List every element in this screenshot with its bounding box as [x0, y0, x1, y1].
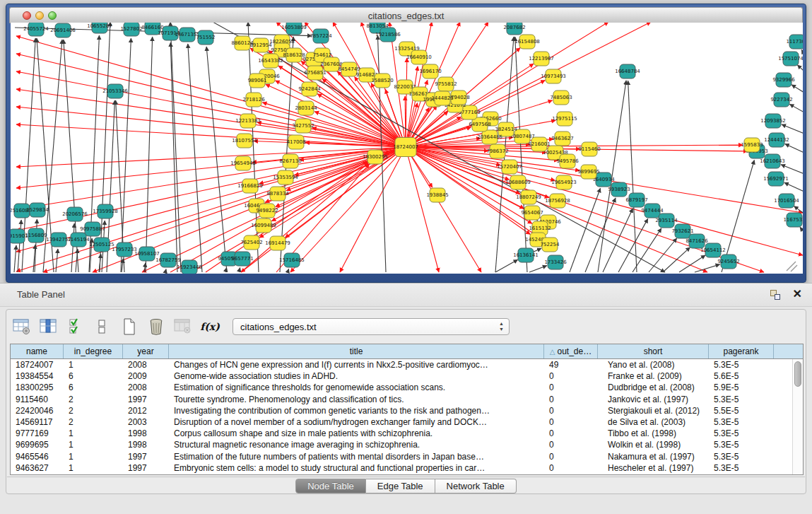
- graph-node[interactable]: 2087682: [503, 23, 525, 35]
- graph-node[interactable]: 751552: [196, 30, 216, 45]
- graph-node[interactable]: 1156809: [25, 228, 47, 243]
- table-body[interactable]: 1872400712008Changes of HCN gene express…: [11, 359, 803, 474]
- graph-node[interactable]: 7485063: [550, 90, 572, 105]
- graph-node[interactable]: 12213967: [529, 52, 554, 66]
- network-canvas[interactable]: 2405572420691406106552871527802846616010…: [11, 23, 803, 274]
- graph-node[interactable]: 10655287: [87, 23, 112, 33]
- graph-node[interactable]: 9245652: [717, 255, 739, 269]
- graph-node[interactable]: 1444825: [431, 91, 453, 105]
- graph-node[interactable]: 12975115: [552, 112, 577, 126]
- graph-node[interactable]: 1588520: [371, 74, 393, 88]
- graph-node[interactable]: 8471626: [686, 234, 708, 248]
- graph-node[interactable]: 12444132: [764, 133, 789, 147]
- graph-node[interactable]: 9755812: [435, 77, 457, 91]
- graph-node[interactable]: 10973493: [541, 69, 566, 83]
- resize-grip-icon[interactable]: [787, 262, 797, 271]
- table-row[interactable]: 977716911998Corpus callosum shape and si…: [11, 428, 803, 439]
- table-selector-dropdown[interactable]: citations_edges.txt ▲▼: [233, 318, 510, 335]
- table-row[interactable]: 1830029562008Estimation of significance …: [11, 382, 803, 393]
- column-header-out_de[interactable]: △out_de…: [544, 344, 598, 358]
- rows-icon[interactable]: [93, 317, 112, 337]
- function-icon[interactable]: f(x): [200, 317, 220, 337]
- graph-node[interactable]: 9495786: [556, 154, 579, 168]
- table-row[interactable]: 1938455462009Genome-wide association stu…: [11, 370, 803, 382]
- graph-node[interactable]: 6756851: [304, 66, 326, 80]
- graph-node[interactable]: 15716485: [279, 253, 305, 267]
- graph-node[interactable]: 1733426: [544, 255, 567, 269]
- graph-node[interactable]: 19654923: [551, 175, 577, 189]
- graph-node[interactable]: 9115460: [578, 142, 600, 156]
- table-scrollbar-thumb[interactable]: [794, 361, 801, 387]
- graph-node[interactable]: 15751074: [778, 52, 803, 66]
- graph-node[interactable]: 3427552: [292, 119, 314, 133]
- graph-node[interactable]: 9657771: [231, 252, 253, 266]
- graph-node[interactable]: 9463627: [551, 132, 573, 146]
- graph-node[interactable]: 20206576: [62, 207, 88, 221]
- graph-node[interactable]: 18756928: [545, 194, 570, 208]
- graph-node[interactable]: 6216001: [528, 137, 550, 151]
- graph-node[interactable]: 5938923: [608, 182, 630, 197]
- float-panel-icon[interactable]: [770, 289, 781, 300]
- graph-node[interactable]: 17359928: [93, 204, 118, 218]
- new-document-icon[interactable]: [119, 317, 139, 337]
- tab-node-table[interactable]: Node Table: [295, 479, 366, 493]
- tab-network-table[interactable]: Network Table: [435, 479, 517, 493]
- graph-node[interactable]: 10688609: [505, 175, 531, 189]
- graph-node[interactable]: 15692971: [763, 172, 789, 186]
- graph-node[interactable]: 21053346: [102, 84, 128, 98]
- table-settings-icon[interactable]: [12, 317, 32, 337]
- column-header-name[interactable]: name: [11, 344, 64, 358]
- table-row[interactable]: 2242004622012Investigating the contribut…: [11, 405, 803, 416]
- graph-node[interactable]: 12093852: [760, 114, 786, 128]
- graph-node[interactable]: 20691406: [50, 23, 76, 37]
- graph-node[interactable]: 1696170: [419, 64, 441, 78]
- graph-node[interactable]: 2718126: [242, 93, 265, 107]
- close-panel-icon[interactable]: ✕: [793, 288, 802, 300]
- graph-node[interactable]: 9899695: [577, 165, 599, 179]
- graph-node[interactable]: 1529834: [26, 203, 49, 217]
- graph-node[interactable]: 6879197: [625, 193, 647, 207]
- table-row[interactable]: 1872400712008Changes of HCN gene express…: [11, 359, 803, 370]
- graph-node[interactable]: 12505125: [89, 238, 114, 252]
- graph-node[interactable]: 16154808: [514, 35, 540, 49]
- graph-node[interactable]: 7857224: [310, 29, 332, 43]
- column-header-year[interactable]: year: [123, 344, 169, 358]
- graph-node[interactable]: 16053809: [281, 23, 307, 35]
- graph-node[interactable]: 12213383: [235, 114, 261, 128]
- graph-node[interactable]: 417008: [287, 135, 306, 149]
- table-row[interactable]: 946362711997Embryonic stem cells: a mode…: [11, 462, 803, 474]
- graph-node[interactable]: 17016504: [774, 194, 799, 208]
- graph-hub-node[interactable]: 18724007: [393, 138, 418, 157]
- graph-node[interactable]: 2935114: [655, 214, 678, 228]
- graph-node[interactable]: 9654067: [521, 206, 543, 220]
- window-titlebar[interactable]: citations_edges.txt: [9, 7, 803, 23]
- graph-node[interactable]: 2803144: [295, 101, 317, 115]
- column-header-title[interactable]: title: [169, 344, 544, 358]
- graph-node[interactable]: 1527802: [120, 23, 142, 36]
- delete-icon[interactable]: [146, 317, 166, 337]
- graph-node[interactable]: 16648784: [615, 64, 640, 78]
- column-header-in_degree[interactable]: in_degree: [64, 344, 123, 358]
- table-header-row[interactable]: namein_degreeyeartitle△out_de…shortpager…: [11, 344, 803, 359]
- table-row[interactable]: 969969511998Structural magnetic resonanc…: [11, 439, 803, 450]
- table-scrollbar[interactable]: [792, 359, 803, 474]
- graph-node[interactable]: 17957233: [112, 243, 137, 257]
- graph-node[interactable]: 18807249: [516, 190, 541, 204]
- graph-node[interactable]: 9227342: [770, 93, 792, 107]
- graph-node[interactable]: 1595833: [741, 138, 763, 152]
- table-row[interactable]: 946554611997Estimation of the future num…: [11, 451, 803, 462]
- graph-node[interactable]: 9498222: [256, 204, 278, 218]
- column-header-short[interactable]: short: [598, 344, 709, 358]
- graph-node[interactable]: 19654948: [230, 156, 256, 170]
- graph-node[interactable]: 989061: [248, 74, 267, 88]
- column-select-icon[interactable]: [39, 317, 59, 337]
- column-header-pagerank[interactable]: pagerank: [709, 344, 774, 358]
- checklist-icon[interactable]: [66, 317, 86, 337]
- graph-node[interactable]: 7986372: [486, 144, 508, 158]
- graph-node[interactable]: 1117304: [786, 35, 803, 49]
- table-row[interactable]: 1456911722003Disruption of a novel membe…: [11, 416, 803, 428]
- graph-node[interactable]: 8267130: [279, 154, 301, 168]
- graph-node[interactable]: 7625402: [240, 235, 262, 250]
- table-row[interactable]: 911546021997Tourette syndrome. Phenomeno…: [11, 394, 803, 405]
- graph-node[interactable]: 752254: [541, 238, 560, 252]
